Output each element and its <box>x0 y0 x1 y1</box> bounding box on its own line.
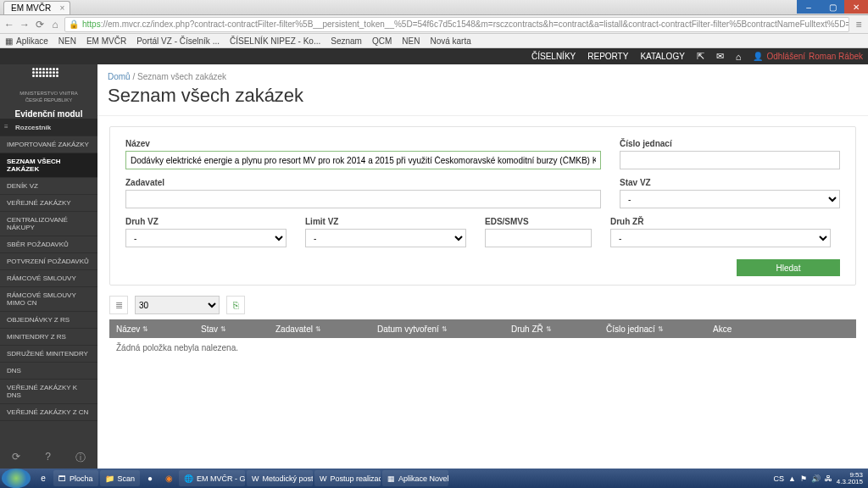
sidebar-item[interactable]: POTVRZENÍ POŽADAVKŮ <box>0 253 97 270</box>
tray-icon[interactable]: ▲ <box>788 474 796 483</box>
home-icon[interactable]: ⌂ <box>49 19 61 30</box>
col-zadavatel[interactable]: Zadavatel⇅ <box>269 324 370 334</box>
topnav-ciselniky[interactable]: ČÍSELNÍKY <box>531 52 576 61</box>
sidebar-item[interactable]: RÁMCOVÉ SMLOUVY <box>0 270 97 287</box>
user-block[interactable]: 👤 Odhlášení Roman Rábek <box>753 52 863 61</box>
footer-refresh[interactable]: ⟳ <box>12 451 20 465</box>
page-title: Seznam všech zakázek <box>97 81 868 116</box>
forward-icon[interactable]: → <box>19 19 31 30</box>
external-link-icon[interactable]: ⇱ <box>697 51 704 62</box>
select-druh-vz[interactable]: - <box>125 229 287 247</box>
topnav-katalogy[interactable]: KATALOGY <box>640 52 684 61</box>
sidebar-item[interactable]: SBĚR POŽADAVKŮ <box>0 236 97 253</box>
url-input[interactable]: 🔒 https ://em.mvcr.cz/index.php?contract… <box>64 17 849 32</box>
col-datum[interactable]: Datum vytvoření⇅ <box>370 324 504 334</box>
start-button[interactable] <box>2 469 31 488</box>
sidebar-item-active[interactable]: SEZNAM VŠECH ZAKÁZEK <box>0 153 97 178</box>
sidebar-item[interactable]: VEŘEJNÉ ZAKÁZKY K DNS <box>0 380 97 404</box>
address-bar: ← → ⟳ ⌂ 🔒 https ://em.mvcr.cz/index.php?… <box>0 15 868 34</box>
sidebar-item[interactable]: OBJEDNÁVKY Z RS <box>0 312 97 329</box>
taskbar-pin-firefox[interactable]: ◉ <box>159 474 178 483</box>
sidebar-item[interactable]: CENTRALIZOVANÉ NÁKUPY <box>0 212 97 236</box>
sidebar-item[interactable]: RÁMCOVÉ SMLOUVY MIMO CN <box>0 287 97 312</box>
input-cislo-jednaci[interactable] <box>620 151 840 169</box>
taskbar-pin[interactable]: ● <box>141 474 159 483</box>
topnav-reporty[interactable]: REPORTY <box>587 52 628 61</box>
tray-clock[interactable]: 9:53 4.3.2015 <box>837 472 863 485</box>
module-name: Evidenční modul <box>14 109 82 119</box>
select-druh-zr[interactable]: - <box>610 229 831 247</box>
breadcrumb-current: Seznam všech zakázek <box>137 72 226 81</box>
sidebar-item[interactable]: DENÍK VZ <box>0 178 97 195</box>
bookmark[interactable]: NEN <box>58 36 76 46</box>
bookmark[interactable]: Seznam <box>331 36 362 46</box>
mail-icon[interactable]: ✉ <box>716 51 724 62</box>
logout-label: Odhlášení <box>766 52 805 61</box>
col-stav[interactable]: Stav⇅ <box>194 324 269 334</box>
browser-tabs: EM MVČR × – ▢ ✕ <box>0 0 868 15</box>
sort-icon: ⇅ <box>546 325 552 333</box>
select-limit-vz[interactable]: - <box>305 229 466 247</box>
maximize-button[interactable]: ▢ <box>821 0 844 14</box>
tray-icon[interactable]: ⚑ <box>800 474 807 483</box>
col-cislo-jednaci[interactable]: Číslo jednací⇅ <box>599 324 706 334</box>
taskbar-item[interactable]: 🗔 Plocha <box>53 470 98 486</box>
user-icon: 👤 <box>753 52 763 61</box>
list-view-icon[interactable]: ≣ <box>109 296 128 314</box>
sidebar-footer: ⟳ ? ⓘ <box>0 447 97 469</box>
close-tab-icon[interactable]: × <box>59 3 64 13</box>
taskbar-item[interactable]: W Postup realizace o... <box>314 470 381 486</box>
footer-help[interactable]: ? <box>45 451 51 465</box>
tab-title: EM MVČR <box>11 3 51 13</box>
export-excel-icon[interactable]: ⎘ <box>226 296 245 314</box>
input-zadavatel[interactable] <box>125 190 601 208</box>
taskbar-item[interactable]: ▦ Aplikace Novell G... <box>382 470 448 486</box>
bookmark[interactable]: QCM <box>372 36 392 46</box>
bookmark[interactable]: ČÍSELNÍK NIPEZ - Ko... <box>230 36 320 46</box>
bookmark[interactable]: Portál VZ - Číselník ... <box>136 36 220 46</box>
sort-icon: ⇅ <box>442 325 448 333</box>
ministry-line2: ČESKÉ REPUBLIKY <box>25 97 73 103</box>
bookmark[interactable]: ▦Aplikace <box>5 36 48 46</box>
input-nazev[interactable] <box>125 151 601 169</box>
close-window-button[interactable]: ✕ <box>844 0 868 14</box>
input-eds[interactable] <box>485 229 592 247</box>
tray-icon[interactable]: 🔊 <box>811 474 821 483</box>
bookmark[interactable]: Nová karta <box>430 36 470 46</box>
taskbar-item[interactable]: W Metodický postu... <box>247 470 313 486</box>
page-size-select[interactable]: 30 <box>135 296 220 314</box>
help-icon: ? <box>45 451 51 463</box>
sidebar-item[interactable]: SDRUŽENÉ MINITENDRY <box>0 346 97 363</box>
taskbar-pin-ie[interactable]: e <box>34 474 53 483</box>
sidebar-item[interactable]: MINITENDRY Z RS <box>0 329 97 346</box>
tray-lang[interactable]: CS <box>773 474 784 483</box>
menu-icon[interactable]: ≡ <box>853 19 865 30</box>
back-icon[interactable]: ← <box>3 19 15 30</box>
col-akce: Akce <box>706 324 856 334</box>
taskbar-item[interactable]: 📁 Scan <box>100 470 141 486</box>
bookmark[interactable]: NEN <box>402 36 420 46</box>
search-button[interactable]: Hledat <box>737 259 840 276</box>
col-druh-zr[interactable]: Druh ZŘ⇅ <box>504 324 599 334</box>
lock-icon: 🔒 <box>69 19 79 29</box>
sidebar-item[interactable]: IMPORTOVANÉ ZAKÁZKY <box>0 136 97 153</box>
sidebar-rozcestnik[interactable]: Rozcestník <box>0 119 97 136</box>
sidebar-item[interactable]: DNS <box>0 363 97 380</box>
filter-panel: Název Číslo jednací Zadavatel Stav VZ - <box>109 126 856 286</box>
col-nazev[interactable]: Název⇅ <box>109 324 194 334</box>
label-stav-vz: Stav VZ <box>620 178 840 187</box>
taskbar-item[interactable]: 🌐 EM MVČR - Goog... <box>179 470 245 486</box>
footer-info[interactable]: ⓘ <box>75 451 86 465</box>
tray-network-icon[interactable]: 🖧 <box>825 474 832 483</box>
empty-message: Žádná položka nebyla nalezena. <box>109 338 856 358</box>
browser-tab[interactable]: EM MVČR × <box>3 1 70 14</box>
minimize-button[interactable]: – <box>797 0 821 14</box>
breadcrumb-home[interactable]: Domů <box>108 72 131 81</box>
bookmark[interactable]: EM MVČR <box>86 36 126 46</box>
reload-icon[interactable]: ⟳ <box>34 19 46 30</box>
results-grid: Název⇅ Stav⇅ Zadavatel⇅ Datum vytvoření⇅… <box>109 319 856 358</box>
sidebar-item[interactable]: VEŘEJNÉ ZAKÁZKY Z CN <box>0 404 97 421</box>
select-stav-vz[interactable]: - <box>620 190 840 208</box>
sidebar-item[interactable]: VEŘEJNÉ ZAKÁZKY <box>0 195 97 212</box>
home-app-icon[interactable]: ⌂ <box>736 52 742 62</box>
